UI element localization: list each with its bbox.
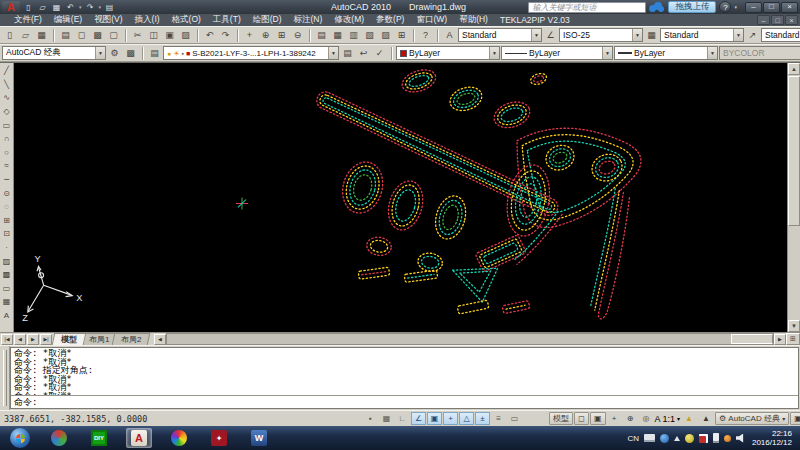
region-icon[interactable]: ▭ [1,282,13,296]
redo-icon[interactable]: ↷ [218,28,233,43]
toolbar-lock-icon[interactable]: ▣ [790,412,800,425]
layer-previous-icon[interactable]: ↩ [356,46,371,61]
volume-icon[interactable] [736,434,745,443]
menu-insert[interactable]: 插入(I) [129,14,166,26]
spline-icon[interactable]: ∼ [1,173,13,187]
menu-window[interactable]: 窗口(W) [410,14,453,26]
horizontal-scrollbar[interactable]: ◀ ▶ ⊞ [154,333,800,345]
taskbar-app-red[interactable]: ✦ [206,428,232,448]
tool-palettes-icon[interactable]: ▥ [346,28,361,43]
scroll-right-icon[interactable]: ▶ [774,334,786,345]
line-icon[interactable]: ╱ [1,64,13,78]
markup-icon[interactable]: ▨ [378,28,393,43]
table-style-combo[interactable]: Standard▼ [660,28,744,42]
qat-undo-arrow-icon[interactable]: ▾ [79,4,82,10]
undo-icon[interactable]: ↶ [202,28,217,43]
dyn-toggle[interactable]: ± [475,412,490,425]
zoom-realtime-icon[interactable]: ⊕ [258,28,273,43]
polygon-icon[interactable]: ◇ [1,105,13,119]
language-indicator[interactable]: CN [627,434,639,443]
workspace-combo[interactable]: AutoCAD 经典▼ [2,46,106,60]
command-history[interactable]: 命令: *取消* 命令: *取消* 命令: 指定对角点: 命令: *取消* 命令… [11,348,798,395]
workspace-save-icon[interactable]: ▩ [123,46,138,61]
construction-line-icon[interactable]: ╲ [1,78,13,92]
linetype-combo[interactable]: ByLayer▼ [501,46,613,60]
zoom-previous-icon[interactable]: ⊖ [290,28,305,43]
help-icon[interactable]: ? [719,1,731,13]
scroll-up-icon[interactable]: ▲ [788,63,800,75]
annotation-visibility-icon[interactable]: ▲ [681,412,697,425]
copy-icon[interactable]: ◫ [146,28,161,43]
table-icon[interactable]: ▦ [1,295,13,309]
cut-icon[interactable]: ✂ [130,28,145,43]
taskbar-app-swirl[interactable] [46,428,72,448]
text-style-combo[interactable]: Standard▼ [458,28,542,42]
menu-edit[interactable]: 编辑(E) [48,14,88,26]
action-center-icon[interactable] [699,434,708,443]
snap-toggle[interactable]: ▪ [363,412,378,425]
menu-view[interactable]: 视图(V) [88,14,128,26]
doc-restore-button[interactable]: □ [771,15,784,25]
plot-preview-icon[interactable]: ◻ [74,28,89,43]
grid-toggle[interactable]: ▦ [379,412,394,425]
match-properties-icon[interactable]: ▨ [178,28,193,43]
pan-icon[interactable]: + [242,28,257,43]
paste-icon[interactable]: ▣ [162,28,177,43]
qat-new-icon[interactable]: ▯ [22,1,35,13]
communication-center-icon[interactable] [649,2,665,13]
menu-file[interactable]: 文件(F) [8,14,48,26]
doc-close-button[interactable]: × [785,15,798,25]
next-tab-icon[interactable]: ▶ [27,334,39,345]
horizontal-scroll-thumb[interactable] [731,334,773,344]
chevron-down-icon[interactable]: ▼ [328,47,338,59]
qat-open-icon[interactable]: ▱ [36,1,49,13]
layer-freeze-icon[interactable]: ☀ [173,50,179,57]
scroll-left-icon[interactable]: ◀ [154,334,166,345]
menu-tekla-plugin[interactable]: TEKLA2PIP V2.03 [494,15,576,25]
scrollbar-corner-icon[interactable]: ⊞ [786,333,800,345]
tray-app-icon-1[interactable] [685,434,694,443]
quickcalc-icon[interactable]: ⊞ [394,28,409,43]
layout-button-icon[interactable]: ◻ [574,412,589,425]
circle-icon[interactable]: ○ [1,146,13,160]
command-input[interactable]: 命令: [11,395,798,408]
dim-style-combo[interactable]: ISO-25▼ [559,28,643,42]
lineweight-combo[interactable]: ByLayer▼ [614,46,718,60]
restore-button[interactable]: □ [763,2,780,13]
taskbar-app-diy[interactable]: DIY [86,428,112,448]
minimize-button[interactable]: – [745,2,762,13]
command-window-grip[interactable] [0,346,10,410]
menu-dimension[interactable]: 标注(N) [288,14,329,26]
help-toolbar-icon[interactable]: ? [418,28,433,43]
vertical-scrollbar[interactable]: ▲ ▼ [787,63,800,332]
designcenter-icon[interactable]: ▦ [330,28,345,43]
autocad-logo-icon[interactable]: A [2,1,20,13]
open-icon[interactable]: ▱ [18,28,33,43]
annotation-autoscale-icon[interactable]: ▲ [698,412,714,425]
layer-states-icon[interactable]: ▤ [340,46,355,61]
device-icon[interactable] [713,433,719,443]
revcloud-icon[interactable]: ≈ [1,159,13,173]
tab-model[interactable]: 模型 [52,333,87,345]
annotation-scale-control[interactable]: A 1:1 ▾ [655,414,681,424]
layer-combo[interactable]: ● ☀ ▪ ■ S-B2021-LYF-3-...1-LPH-1-389242 … [163,46,339,60]
tray-app-icon-2[interactable] [724,435,731,442]
make-current-icon[interactable]: ✓ [372,46,387,61]
ellipse-icon[interactable]: ⊙ [1,186,13,200]
make-block-icon[interactable]: ⊡ [1,227,13,241]
polyline-icon[interactable]: ∿ [1,91,13,105]
doc-minimize-button[interactable]: – [757,15,770,25]
osnap-toggle[interactable]: ▣ [427,412,442,425]
rectangle-icon[interactable]: ▭ [1,118,13,132]
drag-upload-button[interactable]: 拖拽上传 [668,1,716,13]
qat-redo-icon[interactable]: ↷ [84,1,97,13]
mtext-icon[interactable]: A [1,309,13,323]
color-combo[interactable]: ByLayer▼ [396,46,500,60]
ime-icon[interactable] [660,434,669,443]
ortho-toggle[interactable]: ∟ [395,412,410,425]
quick-view-icon[interactable]: ▣ [590,412,606,425]
lwt-toggle[interactable]: ≡ [491,412,506,425]
new-icon[interactable]: ▯ [2,28,17,43]
publish-icon[interactable]: ▩ [90,28,105,43]
menu-parametric[interactable]: 参数(P) [370,14,410,26]
